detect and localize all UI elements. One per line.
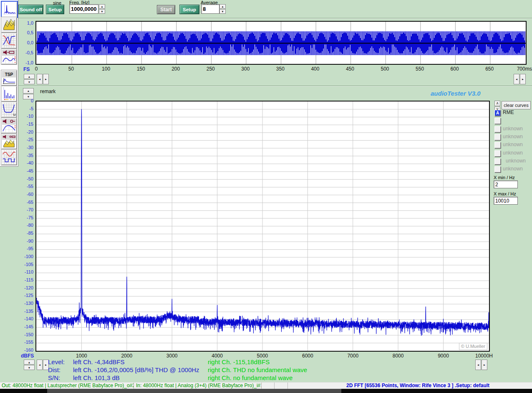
signal-shapes-icon [2, 150, 16, 164]
curve-label: RME [503, 109, 514, 115]
speaker-mic-icon [2, 119, 16, 132]
average-input[interactable] [201, 4, 219, 14]
fft-spectrum-chart [36, 101, 489, 351]
curve-checkbox[interactable] [494, 166, 501, 172]
status-empty-2 [275, 383, 288, 389]
scroll-left-button[interactable]: ◄ [37, 74, 43, 84]
spin-down-button[interactable]: ▼ [219, 9, 226, 14]
spin-down-button[interactable]: ▼ [24, 79, 35, 84]
tool-button-speaker-waterfall[interactable] [1, 133, 17, 150]
tool-button-crossover-curves[interactable] [1, 33, 17, 49]
analyzer-setup-button[interactable]: Setup [179, 5, 199, 14]
tsp-icon: TSP [2, 71, 16, 85]
fft-spectrum-plot[interactable]: © U.Mueller [35, 101, 490, 352]
frequency-spinner: ▲ ▼ [99, 4, 105, 14]
status-input-device: In: 48000Hz float | Analog (3+4) (RME Ba… [134, 383, 262, 389]
scroll-left-button[interactable]: ◄ [514, 74, 519, 84]
impedance-curve-icon: ω [2, 103, 16, 117]
status-empty-1 [262, 383, 275, 389]
scroll-left-button[interactable]: ◄ [475, 360, 481, 370]
waterfall-3d-icon [2, 18, 16, 32]
scroll-right-button[interactable]: ► [520, 74, 526, 84]
xmin-input[interactable] [494, 180, 518, 188]
sound-off-button[interactable]: Sound off [18, 5, 43, 14]
sn-left-value: left Ch. 101,3 dB [73, 374, 120, 381]
remark-spinner: ▲ ▼ [23, 88, 34, 99]
level-row-label: Level: [48, 358, 65, 365]
curve-label: unknown [503, 150, 523, 156]
scroll-left-button[interactable]: ◄ [37, 360, 43, 370]
status-fft-info: 2D FFT [65536 Points, Window: Rife Vince… [288, 383, 532, 389]
spin-down-button[interactable]: ▼ [99, 9, 105, 14]
time-waveform-plot[interactable] [35, 21, 527, 65]
distortion-spectrum-icon [2, 87, 16, 101]
dist-right-value: right Ch. THD no fundamental wave [208, 366, 307, 373]
status-bar: Out: 48000Hz float | Lautsprecher (RME B… [0, 382, 532, 389]
dist-left-value: left Ch. -106,2/0,0005 [dB/%] THD @ 1000… [73, 366, 199, 373]
scroll-right-button[interactable]: ► [43, 74, 49, 84]
scroll-right-button[interactable]: ► [482, 360, 487, 370]
curve-checkbox-checked[interactable]: A [494, 110, 501, 116]
curve-checkbox[interactable] [494, 118, 501, 124]
tool-button-signal-shapes[interactable] [1, 149, 17, 165]
tool-button-fft-spectrum[interactable] [1, 1, 18, 18]
audiotester-window: TSPω sine Freq. [Hz] Average Sound off S… [0, 0, 532, 393]
svg-text:ω: ω [13, 113, 16, 117]
section-divider [18, 86, 532, 86]
tool-button-tsp-measurement[interactable]: TSP [1, 70, 17, 86]
remark-label: remark [40, 89, 55, 94]
xmax-label: X max / Hz [494, 191, 516, 196]
dbfs-axis-label: dBFS [21, 353, 34, 359]
tool-sidebar: TSPω [0, 0, 18, 167]
curve-checkbox[interactable] [494, 158, 501, 165]
toolbar-divider [18, 18, 532, 19]
generator-setup-button[interactable]: Setup [46, 5, 64, 14]
tool-button-speaker-filter-response[interactable] [1, 48, 17, 65]
svg-text:TSP: TSP [5, 72, 13, 77]
wave-scroll-left-pair: ◄ ► [37, 74, 49, 84]
spec-scroll-right-pair: ◄ ► [475, 360, 487, 370]
spin-up-button[interactable]: ▲ [24, 360, 35, 365]
curve-label: unknown [503, 126, 523, 132]
speaker-filter-icon [2, 50, 16, 63]
clear-curves-button[interactable]: clear curves [502, 101, 531, 109]
level-right-value: right Ch. -115,18dBFS [208, 358, 270, 365]
curve-label: unknown [506, 158, 526, 164]
sn-right-value: right Ch. no fundamental wave [208, 374, 292, 381]
start-button[interactable]: Start [157, 5, 175, 14]
curve-label: unknown [503, 134, 523, 139]
xmax-input[interactable] [494, 197, 518, 205]
tool-button-speaker-mic-measurement[interactable] [1, 117, 17, 134]
curve-checkbox[interactable] [494, 142, 501, 148]
bottom-edge-segment [47, 389, 341, 393]
spec-scroll-left-pair: ◄ ► [37, 360, 49, 370]
level-left-value: left Ch. -4,34dBFS [73, 358, 124, 365]
spin-up-button[interactable]: ∧ [494, 101, 500, 106]
bottom-edge-strip [0, 389, 532, 393]
curve-checkbox[interactable] [494, 134, 501, 140]
xmin-label: X min / Hz [494, 175, 515, 180]
speaker-waterfall-icon [2, 134, 16, 148]
average-spinner: ▲ ▼ [219, 4, 226, 14]
spin-up-button[interactable]: ▲ [219, 4, 226, 9]
curve-label: unknown [503, 142, 523, 147]
dist-row-label: Dist: [48, 366, 61, 373]
spin-up-button[interactable]: ▲ [23, 88, 34, 94]
curve-checkbox[interactable] [494, 126, 501, 132]
spin-up-button[interactable]: ▲ [99, 4, 105, 9]
wave-scroll-right-pair: ◄ ► [514, 74, 526, 84]
copyright-note: © U.Mueller [459, 343, 487, 350]
spin-down-button[interactable]: ▼ [24, 365, 35, 370]
app-title: audioTester V3.0 [431, 90, 481, 97]
curve-label: unknown [503, 166, 523, 172]
curve-checkbox[interactable] [494, 150, 501, 157]
tool-button-distortion-spectrum[interactable] [1, 86, 17, 102]
sn-row-label: S/N: [48, 374, 60, 381]
time-waveform-chart [36, 22, 526, 64]
frequency-input[interactable] [69, 4, 98, 14]
spin-up-button[interactable]: ▲ [24, 74, 35, 79]
wave-vertical-spinner: ▲ ▼ [24, 74, 35, 84]
fft-spectrum-icon [3, 3, 16, 16]
tool-button-waterfall-3d[interactable] [1, 17, 17, 33]
tool-button-impedance-curve[interactable]: ω [1, 101, 17, 118]
